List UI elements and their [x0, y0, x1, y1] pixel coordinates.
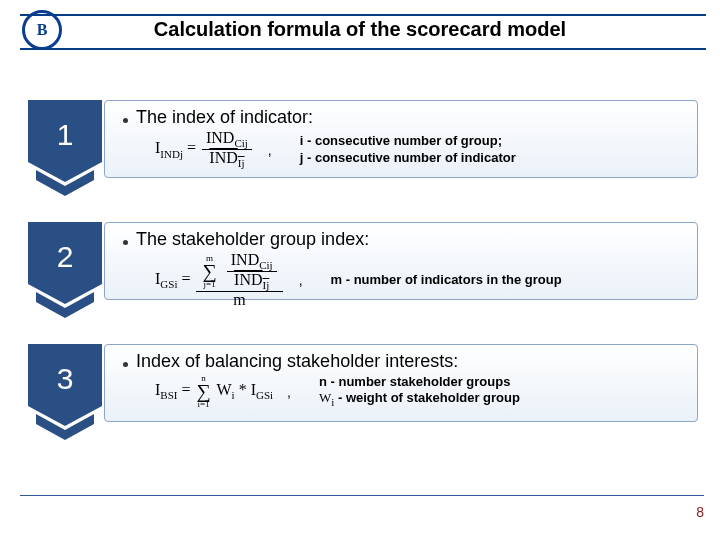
formula-row-3: IBSI = n ∑ i=1 Wi * IGSi , n - number st…: [155, 374, 685, 410]
badge-1-number: 1: [28, 118, 102, 152]
bullet-dot-icon: [123, 362, 128, 367]
formula-row-2: IGSi = m ∑ j=1 INDCij INDIj: [155, 252, 685, 308]
bullet-1: The index of indicator:: [123, 107, 685, 128]
formula-3: IBSI = n ∑ i=1 Wi * IGSi: [155, 374, 273, 409]
footer-rule: [20, 495, 704, 496]
heading-1: The index of indicator:: [136, 107, 313, 128]
header: B Calculation formula of the scorecard m…: [0, 0, 720, 56]
badge-3: 3: [28, 344, 102, 422]
header-rule-top: [20, 14, 706, 16]
bullet-3: Index of balancing stakeholder interests…: [123, 351, 685, 372]
formula-2: IGSi = m ∑ j=1 INDCij INDIj: [155, 252, 285, 308]
comma-2: ,: [295, 272, 309, 288]
comma-1: ,: [264, 142, 278, 158]
badge-2: 2: [28, 222, 102, 300]
bullet-dot-icon: [123, 118, 128, 123]
panel-3: Index of balancing stakeholder interests…: [104, 344, 698, 422]
block-3: 3 Index of balancing stakeholder interes…: [28, 344, 698, 422]
bullet-2: The stakeholder group index:: [123, 229, 685, 250]
content: 1 The index of indicator: IINDj = INDCij…: [28, 100, 698, 422]
block-2: 2 The stakeholder group index: IGSi = m …: [28, 222, 698, 300]
legend-1: i - consecutive number of group; j - con…: [300, 133, 516, 166]
heading-3: Index of balancing stakeholder interests…: [136, 351, 458, 372]
page-number: 8: [696, 504, 704, 520]
page-title: Calculation formula of the scorecard mod…: [0, 18, 720, 41]
panel-1: The index of indicator: IINDj = INDCij I…: [104, 100, 698, 178]
panel-2: The stakeholder group index: IGSi = m ∑ …: [104, 222, 698, 300]
bullet-dot-icon: [123, 240, 128, 245]
header-rule-bottom: [20, 48, 706, 50]
badge-3-number: 3: [28, 362, 102, 396]
formula-1: IINDj = INDCij INDIj: [155, 130, 254, 169]
formula-row-1: IINDj = INDCij INDIj , i - consecutive n…: [155, 130, 685, 169]
heading-2: The stakeholder group index:: [136, 229, 369, 250]
legend-3: n - number stakeholder groups Wi - weigh…: [319, 374, 520, 410]
badge-2-number: 2: [28, 240, 102, 274]
block-1: 1 The index of indicator: IINDj = INDCij…: [28, 100, 698, 178]
legend-2: m - number of indicators in the group: [331, 272, 562, 288]
badge-1: 1: [28, 100, 102, 178]
comma-3: ,: [283, 384, 297, 400]
